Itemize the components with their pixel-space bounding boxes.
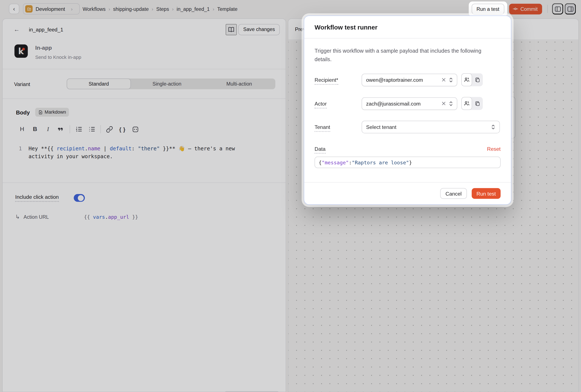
data-json-input[interactable]: {"message": "Raptors are loose"}: [314, 157, 500, 168]
cancel-button[interactable]: Cancel: [440, 188, 467, 199]
tenant-label: Tenant: [314, 124, 362, 130]
pick-user-button[interactable]: [461, 97, 472, 110]
recipient-label: Recipient*: [314, 77, 362, 83]
chevron-updown-icon[interactable]: [448, 77, 454, 83]
workflow-test-runner-modal: Workflow test runner Trigger this workfl…: [304, 15, 511, 205]
data-row-header: Data Reset: [314, 146, 500, 152]
modal-footer: Cancel Run test: [304, 182, 511, 204]
reset-link[interactable]: Reset: [487, 146, 501, 152]
tenant-row: Tenant Select tenant: [314, 121, 500, 133]
data-label: Data: [314, 146, 362, 152]
modal-description: Trigger this workflow with a sample payl…: [314, 47, 482, 64]
run-a-test-button[interactable]: Run a test: [472, 3, 504, 14]
actor-value: zach@jurassicmail.com: [366, 100, 442, 106]
recipient-combobox[interactable]: owen@raptortrainer.com: [362, 73, 457, 86]
recipient-actions: [461, 73, 483, 86]
actor-actions: [461, 97, 483, 110]
modal-body: Trigger this workflow with a sample payl…: [304, 38, 511, 182]
tenant-select[interactable]: Select tenant: [362, 121, 500, 133]
copy-button[interactable]: [472, 73, 483, 86]
run-test-button[interactable]: Run test: [472, 188, 500, 199]
users-icon: [464, 77, 470, 83]
chevron-updown-icon: [491, 124, 496, 130]
users-icon: [464, 100, 470, 107]
actor-row: Actor zach@jurassicmail.com: [314, 97, 500, 110]
actor-label: Actor: [314, 100, 362, 106]
chevron-updown-icon[interactable]: [448, 100, 454, 106]
modal-header: Workflow test runner: [304, 16, 511, 38]
modal-title: Workflow test runner: [314, 24, 500, 31]
copy-icon: [474, 100, 480, 106]
tenant-placeholder: Select tenant: [366, 124, 491, 130]
actor-combobox[interactable]: zach@jurassicmail.com: [362, 97, 457, 110]
copy-button[interactable]: [472, 97, 483, 110]
recipient-value: owen@raptortrainer.com: [366, 77, 442, 83]
clear-icon[interactable]: [442, 78, 446, 82]
clear-icon[interactable]: [442, 101, 446, 105]
recipient-row: Recipient* owen@raptortrainer.com: [314, 73, 500, 86]
pick-user-button[interactable]: [461, 73, 472, 86]
copy-icon: [474, 77, 480, 83]
